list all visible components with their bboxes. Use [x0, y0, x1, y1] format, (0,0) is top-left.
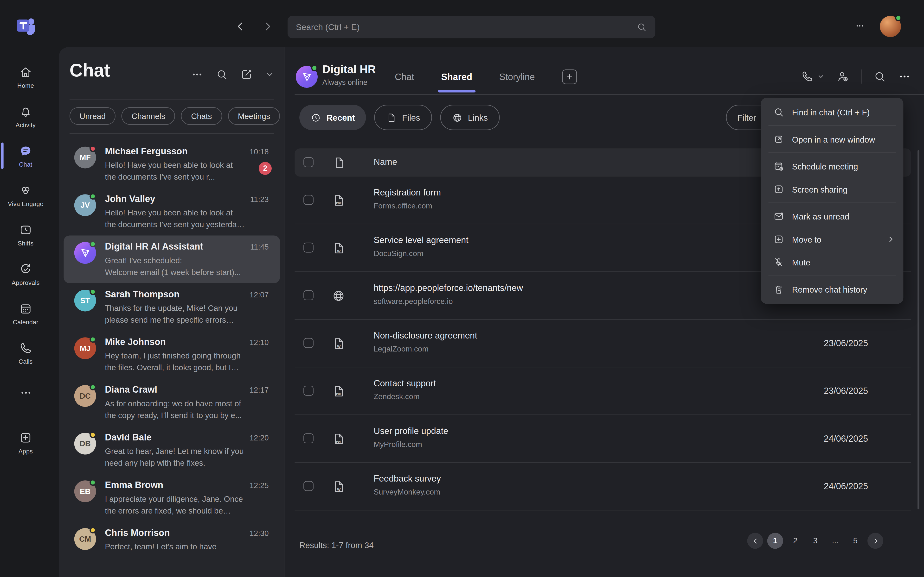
topbar-more-icon[interactable] — [853, 21, 867, 31]
view-pill-links[interactable]: Links — [440, 105, 499, 130]
page-button-1[interactable]: 1 — [767, 533, 783, 549]
view-pill-label: Recent — [326, 113, 355, 122]
page-button-5[interactable]: 5 — [848, 533, 863, 549]
new-chat-icon[interactable] — [241, 68, 253, 81]
file-title[interactable]: https://app.peopleforce.io/tenants/new — [374, 283, 523, 293]
back-icon[interactable] — [234, 21, 246, 32]
row-checkbox[interactable] — [304, 243, 313, 253]
file-title[interactable]: Non-disclosure agreement — [374, 330, 477, 340]
menu-item-open-in-a-new-window[interactable]: Open in a new window — [761, 128, 903, 151]
chat-filter-chats[interactable]: Chats — [181, 107, 222, 125]
conversation-time: 12:17 — [250, 386, 269, 395]
call-button[interactable] — [801, 70, 824, 83]
conversation-name: Michael Fergusson — [105, 146, 188, 156]
conversation-item-sarah-thompson[interactable]: STSarah Thompson12:07Thanks for the upda… — [63, 283, 280, 331]
file-title[interactable]: User profile update — [374, 426, 448, 436]
chat-search-icon[interactable] — [216, 68, 228, 81]
menu-item-move-to[interactable]: Move to — [761, 228, 903, 251]
name-column-header: Name — [374, 156, 397, 167]
conversation-time: 11:45 — [250, 243, 268, 251]
global-search-input[interactable]: Search (Ctrl + E) — [288, 16, 655, 38]
conversation-name: David Bale — [105, 432, 152, 443]
row-checkbox[interactable] — [304, 386, 313, 396]
row-checkbox[interactable] — [304, 433, 313, 443]
rail-item-calendar[interactable]: Calendar — [0, 294, 51, 333]
chevron-down-icon[interactable] — [265, 70, 274, 79]
tab-chat[interactable]: Chat — [395, 72, 414, 82]
menu-item-schedule-meeting[interactable]: Schedule meeting — [761, 155, 903, 178]
prev-page-button[interactable] — [747, 533, 763, 549]
user-avatar[interactable] — [880, 16, 901, 37]
menu-item-screen-sharing[interactable]: Screen sharing — [761, 178, 903, 201]
rail-item-activity[interactable]: Activity — [0, 97, 51, 136]
chat-more-icon[interactable] — [191, 68, 203, 81]
conversation-name: John Valley — [105, 194, 155, 205]
page-button-2[interactable]: 2 — [787, 533, 803, 549]
conversation-item-chris-morrison[interactable]: CMChris Morrison12:30Perfect, team! Let'… — [63, 522, 280, 569]
view-pill-files[interactable]: Files — [375, 105, 432, 130]
conversation-time: 12:07 — [250, 290, 269, 299]
tab-storyline[interactable]: Storyline — [499, 72, 535, 82]
row-checkbox[interactable] — [304, 338, 313, 348]
divider — [861, 69, 861, 84]
conversation-item-emma-brown[interactable]: EBEmma Brown12:25I appreciate your dilig… — [63, 474, 280, 521]
svg-text:PDF: PDF — [336, 393, 341, 395]
file-title[interactable]: Feedback survey — [374, 473, 441, 484]
rail-item-shifts[interactable]: Shifts — [0, 215, 51, 255]
rail-item-more[interactable] — [0, 372, 51, 412]
view-pill-recent[interactable]: Recent — [299, 105, 366, 130]
phone-icon — [801, 70, 814, 83]
row-checkbox[interactable] — [304, 195, 313, 205]
forward-icon[interactable] — [262, 21, 273, 32]
conversation-tabs: ChatSharedStoryline — [395, 69, 577, 84]
find-in-chat-icon[interactable] — [873, 70, 886, 83]
table-row-feedback-survey[interactable]: WFeedback surveySurveyMonkey.com24/06/20… — [294, 463, 911, 510]
row-checkbox[interactable] — [304, 290, 313, 300]
table-scrollbar[interactable] — [917, 150, 919, 509]
conversation-item-david-bale[interactable]: DBDavid Bale12:20Great to hear, Jane! Le… — [63, 426, 280, 474]
presence-dot — [89, 479, 96, 486]
search-icon — [636, 22, 647, 32]
menu-item-mute[interactable]: Mute — [761, 251, 903, 274]
table-row-contact-support[interactable]: PDFContact supportZendesk.com23/06/2025 — [294, 367, 911, 415]
conversation-item-mike-johnson[interactable]: MJMike Johnson12:10Hey team, I just fini… — [63, 331, 280, 379]
menu-item-find-in-chat-ctrl-f[interactable]: Find in chat (Ctrl + F) — [761, 101, 903, 124]
select-all-checkbox[interactable] — [304, 157, 313, 167]
add-tab-button[interactable] — [562, 69, 577, 84]
table-row-non-disclosure-agreement[interactable]: WNon-disclosure agreementLegalZoom.com23… — [294, 320, 911, 367]
bell-icon — [19, 105, 32, 118]
file-title[interactable]: Service level agreement — [374, 235, 468, 245]
conversation-more-icon[interactable] — [898, 70, 911, 83]
conversation-item-diana-crawl[interactable]: DCDiana Crawl12:17As for onboarding: we … — [63, 379, 280, 426]
chat-filter-unread[interactable]: Unread — [69, 107, 116, 125]
presence-dot — [89, 288, 96, 295]
rail-item-chat[interactable]: Chat — [0, 136, 51, 176]
next-page-button[interactable] — [867, 533, 883, 549]
file-source: Forms.office.com — [374, 201, 432, 210]
menu-item-mark-as-unread[interactable]: Mark as unread — [761, 205, 903, 228]
rail-item-home[interactable]: Home — [0, 57, 51, 97]
rail-item-calls[interactable]: Calls — [0, 333, 51, 372]
tab-shared[interactable]: Shared — [441, 72, 472, 82]
rail-item-approvals[interactable]: Approvals — [0, 255, 51, 294]
add-people-icon[interactable] — [836, 70, 849, 83]
chat-filter-channels[interactable]: Channels — [121, 107, 175, 125]
row-checkbox[interactable] — [304, 481, 313, 491]
rail-item-viva-engage[interactable]: Viva Engage — [0, 176, 51, 215]
view-pill-label: Links — [468, 113, 488, 122]
table-row-user-profile-update[interactable]: PDFUser profile updateMyProfile.com24/06… — [294, 415, 911, 463]
conversation-item-digital-hr-ai-assistant[interactable]: Digital HR AI Assistant11:45Great! I've … — [63, 235, 280, 283]
conversation-list: MFMichael Fergusson10:18Hello! Have you … — [63, 140, 280, 577]
divider — [768, 276, 896, 276]
mic-off-icon — [773, 257, 784, 268]
file-title[interactable]: Contact support — [374, 378, 436, 388]
page-button-3[interactable]: 3 — [807, 533, 823, 549]
trash-icon — [773, 284, 784, 295]
conversation-presence-dot — [311, 64, 318, 71]
chat-filter-meetings[interactable]: Meetings — [228, 107, 280, 125]
conversation-item-john-valley[interactable]: JVJohn Valley11:23Hello! Have you been a… — [63, 188, 280, 235]
menu-item-remove-chat-history[interactable]: Remove chat history — [761, 278, 903, 301]
conversation-item-michael-fergusson[interactable]: MFMichael Fergusson10:18Hello! Have you … — [63, 140, 280, 188]
file-title[interactable]: Registration form — [374, 187, 441, 197]
rail-item-apps[interactable]: Apps — [0, 423, 51, 462]
